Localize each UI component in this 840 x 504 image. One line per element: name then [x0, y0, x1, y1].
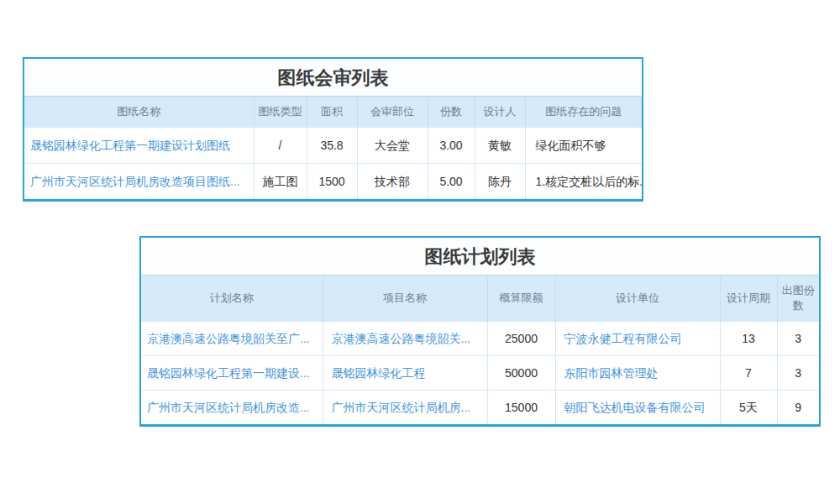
- drawing-name-link[interactable]: 广州市天河区统计局机房改造项目图纸...: [24, 164, 254, 200]
- budget-limit-cell: 25000: [487, 322, 555, 356]
- area-cell: 35.8: [307, 128, 357, 164]
- column-header-drawing-name: 图纸名称: [24, 97, 254, 128]
- drawing-review-title: 图纸会审列表: [24, 59, 642, 97]
- review-location-cell: 大会堂: [357, 128, 428, 164]
- print-copies-cell: 9: [777, 391, 819, 425]
- drawing-review-panel: 图纸会审列表 图纸名称 图纸类型 面积 会审部位 份数 设计人 图纸存在的问题 …: [23, 57, 643, 202]
- designer-cell: 陈丹: [475, 164, 525, 200]
- column-header-issues: 图纸存在的问题: [525, 97, 642, 128]
- column-header-designer: 设计人: [475, 97, 525, 128]
- area-cell: 1500: [307, 164, 357, 200]
- print-copies-cell: 3: [777, 356, 819, 391]
- design-cycle-cell: 5天: [720, 391, 777, 425]
- column-header-copies: 份数: [428, 97, 475, 128]
- design-cycle-cell: 13: [720, 322, 777, 356]
- header-row: 计划名称 项目名称 概算限额 设计单位 设计周期 出图份数: [141, 276, 819, 322]
- review-location-cell: 技术部: [357, 164, 428, 200]
- copies-cell: 3.00: [428, 128, 475, 164]
- copies-cell: 5.00: [428, 164, 475, 200]
- project-name-link[interactable]: 广州市天河区统计局机房...: [323, 391, 487, 425]
- table-row: 京港澳高速公路粤境韶关至广... 京港澳高速公路粤境韶关... 25000 宁波…: [141, 322, 819, 356]
- drawing-plan-title: 图纸计划列表: [141, 238, 819, 276]
- column-header-drawing-type: 图纸类型: [254, 97, 307, 128]
- table-row: 广州市天河区统计局机房改造项目图纸... 施工图 1500 技术部 5.00 陈…: [24, 164, 642, 200]
- drawing-plan-panel: 图纸计划列表 计划名称 项目名称 概算限额 设计单位 设计周期 出图份数 京港澳…: [139, 236, 821, 427]
- design-unit-link[interactable]: 朝阳飞达机电设备有限公司: [555, 391, 720, 425]
- column-header-design-cycle: 设计周期: [720, 276, 777, 322]
- column-header-project-name: 项目名称: [323, 276, 487, 322]
- drawing-type-cell: 施工图: [254, 164, 307, 200]
- plan-name-link[interactable]: 晟铭园林绿化工程第一期建设...: [141, 356, 323, 391]
- budget-limit-cell: 50000: [487, 356, 555, 391]
- drawing-name-link[interactable]: 晟铭园林绿化工程第一期建设计划图纸: [24, 128, 254, 164]
- design-cycle-cell: 7: [720, 356, 777, 391]
- column-header-area: 面积: [307, 97, 357, 128]
- table-row: 晟铭园林绿化工程第一期建设... 晟铭园林绿化工程 50000 东阳市园林管理处…: [141, 356, 819, 391]
- table-row: 广州市天河区统计局机房改造... 广州市天河区统计局机房... 15000 朝阳…: [141, 391, 819, 425]
- design-unit-link[interactable]: 宁波永健工程有限公司: [555, 322, 720, 356]
- plan-name-link[interactable]: 广州市天河区统计局机房改造...: [141, 391, 323, 425]
- column-header-review-location: 会审部位: [357, 97, 428, 128]
- plan-name-link[interactable]: 京港澳高速公路粤境韶关至广...: [141, 322, 323, 356]
- budget-limit-cell: 15000: [487, 391, 555, 425]
- issues-cell: 绿化面积不够: [525, 128, 642, 164]
- issues-cell: 1.核定交桩以后的标...: [525, 164, 642, 200]
- drawing-type-cell: /: [254, 128, 307, 164]
- column-header-design-unit: 设计单位: [555, 276, 720, 322]
- project-name-link[interactable]: 晟铭园林绿化工程: [323, 356, 487, 391]
- table-row: 晟铭园林绿化工程第一期建设计划图纸 / 35.8 大会堂 3.00 黄敏 绿化面…: [24, 128, 642, 164]
- column-header-plan-name: 计划名称: [141, 276, 323, 322]
- project-name-link[interactable]: 京港澳高速公路粤境韶关...: [323, 322, 487, 356]
- print-copies-cell: 3: [777, 322, 819, 356]
- drawing-plan-table: 计划名称 项目名称 概算限额 设计单位 设计周期 出图份数 京港澳高速公路粤境韶…: [141, 276, 819, 424]
- header-row: 图纸名称 图纸类型 面积 会审部位 份数 设计人 图纸存在的问题: [24, 97, 642, 128]
- designer-cell: 黄敏: [475, 128, 525, 164]
- column-header-budget-limit: 概算限额: [487, 276, 555, 322]
- design-unit-link[interactable]: 东阳市园林管理处: [555, 356, 720, 391]
- column-header-print-copies: 出图份数: [777, 276, 819, 322]
- drawing-review-table: 图纸名称 图纸类型 面积 会审部位 份数 设计人 图纸存在的问题 晟铭园林绿化工…: [24, 97, 642, 199]
